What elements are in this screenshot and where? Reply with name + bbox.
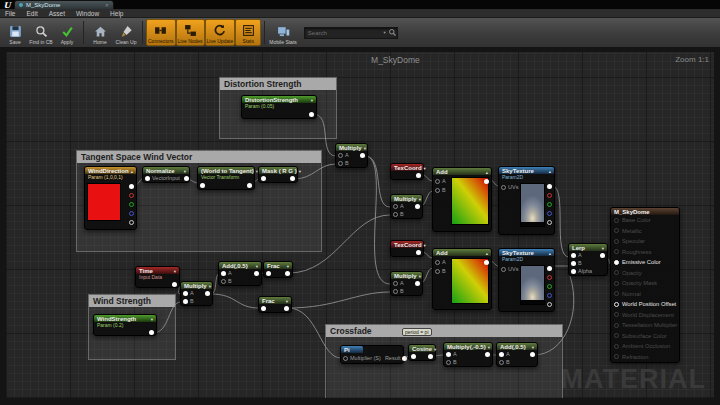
collapse-icon[interactable]: ▾ (287, 264, 289, 269)
input-pin-a[interactable] (435, 179, 440, 184)
input-pin-a[interactable] (499, 352, 504, 357)
output-pin[interactable] (416, 173, 421, 178)
output-pin[interactable] (254, 271, 259, 276)
result-input-roughness[interactable]: Roughness (611, 247, 679, 258)
input-pin-a[interactable] (393, 204, 398, 209)
node-wind-strength-param[interactable]: WindStrength▾ Param (0.2) (93, 314, 157, 336)
input-pin-b[interactable] (338, 161, 343, 166)
input-pin[interactable] (261, 306, 266, 311)
input-pin-alpha[interactable] (571, 269, 576, 274)
collapse-icon[interactable]: ▾ (424, 243, 426, 248)
output-pin[interactable] (285, 271, 290, 276)
output-pin[interactable] (309, 112, 314, 117)
save-button[interactable]: Save (2, 19, 28, 46)
node-multiply-neg-half[interactable]: Multiply(,-0.5)▾ A B (443, 342, 493, 367)
output-pin[interactable] (485, 352, 490, 357)
collapse-icon[interactable]: ▾ (434, 347, 436, 352)
output-pin[interactable] (205, 291, 210, 296)
output-pin[interactable] (247, 183, 252, 188)
output-pin[interactable] (530, 352, 535, 357)
output-pin[interactable] (284, 306, 289, 311)
result-input-emissive-color[interactable]: Emissive Color (611, 257, 679, 268)
collapse-icon[interactable]: ▾ (184, 169, 186, 174)
input-pin-a[interactable] (446, 352, 451, 357)
collapse-icon[interactable]: ▴ (549, 251, 551, 256)
result-input-ambient-occlusion[interactable]: Ambient Occlusion (611, 341, 679, 352)
node-add-half-crossfade[interactable]: Add(,0.5)▾ A B (496, 342, 538, 367)
output-pin[interactable] (600, 253, 605, 258)
menu-item-file[interactable]: File (5, 10, 15, 17)
collapse-icon[interactable]: ▴ (486, 170, 488, 175)
output-pin-rgb[interactable] (547, 266, 552, 271)
collapse-icon[interactable]: ▾ (256, 264, 258, 269)
mobile-stats-button[interactable]: Mobile Stats (268, 19, 298, 46)
output-pin-a[interactable] (129, 220, 134, 225)
pin-icon[interactable] (614, 312, 619, 317)
input-pin-b[interactable] (183, 299, 188, 304)
collapse-icon[interactable]: ▾ (532, 345, 534, 350)
result-input-tessellation-multiplier[interactable]: Tessellation Multiplier (611, 320, 679, 331)
graph-canvas[interactable]: M_SkyDome Zoom 1:1 MATERIAL Distortion S… (6, 52, 714, 398)
result-input-world-displacement[interactable]: World Displacement (611, 310, 679, 321)
connectors-button[interactable]: Connectors (146, 19, 176, 46)
output-pin-b[interactable] (547, 293, 552, 298)
input-pin-b[interactable] (393, 289, 398, 294)
input-pin[interactable] (200, 183, 205, 188)
node-world-to-tangent[interactable]: (World to Tangent)▾ Vector Transform (197, 166, 255, 190)
node-multiply-uv-2[interactable]: Multiply▾ A B (390, 271, 423, 296)
apply-button[interactable]: Apply (54, 19, 80, 46)
input-pin-multiplier[interactable] (343, 356, 348, 361)
node-texcoord-2[interactable]: TexCoord▾ (390, 240, 424, 257)
result-input-specular[interactable]: Specular (611, 236, 679, 247)
menu-item-asset[interactable]: Asset (49, 10, 65, 17)
collapse-icon[interactable]: ▾ (488, 345, 490, 350)
node-multiply-distortion[interactable]: Multiply▾ A B (335, 143, 368, 168)
result-input-base-color[interactable]: Base Color (611, 215, 679, 226)
asset-tab[interactable]: M_SkyDome ✕ (14, 0, 114, 9)
node-frac-1[interactable]: Frac▾ (263, 261, 293, 278)
result-input-metallic[interactable]: Metallic (611, 226, 679, 237)
input-pin-b[interactable] (499, 360, 504, 365)
pin-icon[interactable] (614, 218, 619, 223)
input-pin-b[interactable] (435, 269, 440, 274)
input-pin[interactable] (145, 176, 150, 181)
node-material-result[interactable]: M_SkyDome Base ColorMetallicSpecularRoug… (610, 207, 680, 363)
output-pin-g[interactable] (547, 284, 552, 289)
node-normalize[interactable]: Normalize▾ VectorInput (142, 166, 190, 183)
clean-up-button[interactable]: Clean Up (113, 19, 139, 46)
output-pin-r[interactable] (547, 275, 552, 280)
result-input-subsurface-color[interactable]: Subsurface Color (611, 331, 679, 342)
output-pin[interactable] (360, 153, 365, 158)
result-input-refraction[interactable]: Refraction (611, 352, 679, 363)
input-pin-a[interactable] (393, 281, 398, 286)
output-pin[interactable] (184, 176, 189, 181)
output-pin[interactable] (416, 250, 421, 255)
collapse-icon[interactable]: ▾ (151, 317, 153, 322)
node-distortion-strength-param[interactable]: DistortionStrength▾ Param (0.05) (241, 95, 317, 119)
pin-icon[interactable] (614, 260, 619, 265)
collapse-icon[interactable]: ▾ (364, 146, 366, 151)
pin-icon[interactable] (614, 344, 619, 349)
result-input-world-position-offset[interactable]: World Position Offset (611, 299, 679, 310)
find-in-cb-button[interactable]: Find in CB (28, 19, 54, 46)
pin-icon[interactable] (614, 354, 619, 359)
collapse-icon[interactable]: ▾ (424, 166, 426, 171)
input-pin-b[interactable] (446, 360, 451, 365)
result-input-opacity-mask[interactable]: Opacity Mask (611, 278, 679, 289)
output-pin[interactable] (290, 176, 295, 181)
input-pin[interactable] (261, 176, 266, 181)
collapse-icon[interactable]: ▾ (419, 274, 421, 279)
input-pin-a[interactable] (183, 291, 188, 296)
pin-icon[interactable] (614, 270, 619, 275)
menu-item-edit[interactable]: Edit (26, 10, 37, 17)
pin-icon[interactable] (614, 239, 619, 244)
stats-button[interactable]: Stats (235, 19, 261, 46)
collapse-icon[interactable]: ▾ (419, 197, 421, 202)
menu-item-window[interactable]: Window (76, 10, 99, 17)
input-pin-b[interactable] (393, 212, 398, 217)
collapse-icon[interactable]: ▴ (486, 251, 488, 256)
input-pin-a[interactable] (221, 271, 226, 276)
collapse-icon[interactable]: ▾ (299, 169, 301, 174)
node-frac-2[interactable]: Frac▾ (258, 296, 292, 313)
node-sky-texture-2[interactable]: SkyTexture▴ Param2D UVs (498, 248, 555, 312)
